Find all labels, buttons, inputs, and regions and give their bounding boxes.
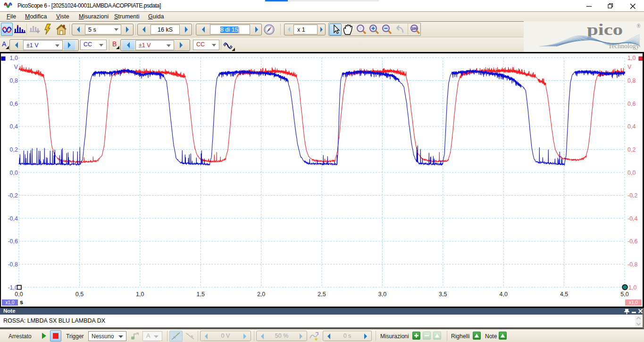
svg-text:0,0: 0,0	[627, 170, 636, 176]
svg-text:V: V	[14, 64, 18, 70]
svg-text:-0,4: -0,4	[8, 215, 18, 222]
svg-text:-0,8: -0,8	[8, 261, 18, 268]
svg-text:-0,2: -0,2	[8, 192, 18, 199]
svg-text:V: V	[627, 64, 632, 70]
svg-text:1,0: 1,0	[136, 291, 144, 298]
svg-text:3,0: 3,0	[378, 291, 386, 298]
svg-text:0,6: 0,6	[627, 101, 636, 107]
svg-text:5,0: 5,0	[620, 291, 628, 298]
svg-text:-0,8: -0,8	[627, 261, 638, 268]
svg-text:0,2: 0,2	[627, 146, 636, 153]
svg-text:3,5: 3,5	[439, 291, 447, 298]
svg-text:1,5: 1,5	[197, 291, 205, 298]
svg-text:0,2: 0,2	[10, 146, 18, 153]
svg-text:0,8: 0,8	[10, 77, 18, 84]
svg-text:-0,6: -0,6	[8, 238, 18, 245]
svg-text:0,8: 0,8	[627, 77, 636, 84]
svg-text:0,0: 0,0	[15, 291, 23, 298]
svg-text:0,6: 0,6	[10, 101, 18, 107]
svg-text:1,0: 1,0	[628, 284, 636, 291]
svg-text:-0,4: -0,4	[627, 215, 638, 222]
svg-text:4,0: 4,0	[500, 291, 508, 298]
svg-text:1,0: 1,0	[10, 55, 18, 61]
svg-text:1,0: 1,0	[627, 55, 636, 61]
svg-text:0,4: 0,4	[10, 123, 18, 130]
svg-text:0,0: 0,0	[10, 170, 18, 176]
svg-text:2,5: 2,5	[318, 291, 326, 298]
svg-text:0,4: 0,4	[627, 123, 636, 130]
svg-text:-0,6: -0,6	[627, 238, 638, 245]
svg-text:-0,2: -0,2	[627, 192, 638, 199]
svg-text:2,0: 2,0	[257, 291, 265, 298]
svg-text:4,5: 4,5	[560, 291, 568, 298]
svg-text:-1,0: -1,0	[8, 284, 18, 291]
svg-text:0,5: 0,5	[75, 291, 84, 298]
svg-text:100: 100	[411, 27, 417, 30]
